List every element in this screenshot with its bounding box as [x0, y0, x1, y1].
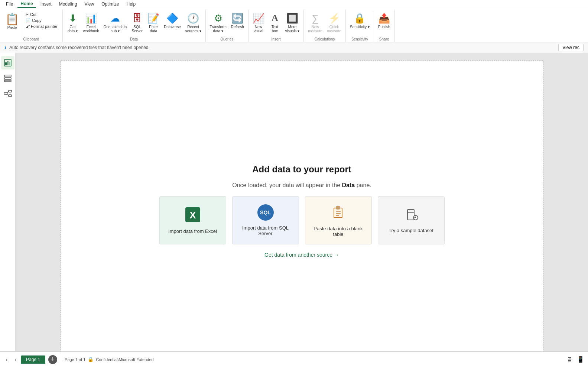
page-1-tab[interactable]: Page 1	[21, 355, 45, 364]
subtitle-end: pane.	[355, 182, 371, 188]
transform-icon: ⚙	[212, 12, 224, 24]
sidebar-icon-data[interactable]	[1, 72, 14, 85]
svg-rect-15	[336, 206, 340, 210]
tablet-view-icon[interactable]: 📱	[576, 355, 585, 364]
onelake-hub-button[interactable]: ☁ OneLake datahub ▾	[101, 11, 129, 34]
svg-rect-5	[4, 78, 11, 79]
new-visual-button[interactable]: 📈 Newvisual	[251, 11, 266, 34]
left-sidebar	[0, 53, 16, 351]
quick-measure-icon: ⚡	[328, 12, 340, 24]
copy-button[interactable]: 📄 Copy	[25, 18, 59, 23]
refresh-icon: 🔄	[231, 12, 243, 24]
svg-rect-6	[4, 80, 11, 82]
bottom-bar: ‹ › Page 1 + Page 1 of 1 🔒 Confidential\…	[0, 351, 588, 367]
menu-view[interactable]: View	[81, 1, 97, 7]
excel-icon: 📊	[85, 12, 97, 24]
paste-button[interactable]: 📋 Paste	[2, 11, 22, 36]
menu-file[interactable]: File	[3, 1, 16, 7]
paste-blank-label: Paste data into a blank table	[310, 226, 367, 237]
queries-group-label: Queries	[220, 36, 233, 42]
queries-buttons: ⚙ Transformdata ▾ 🔄 Refresh	[208, 10, 246, 36]
svg-rect-4	[4, 75, 11, 77]
desktop-view-icon[interactable]: 🖥	[566, 355, 573, 364]
nav-next-button[interactable]: ›	[12, 356, 19, 363]
paste-blank-table-card[interactable]: Paste data into a blank table	[305, 196, 372, 244]
page-status: Page 1 of 1	[65, 357, 85, 362]
ribbon-group-data: ⬇ Getdata ▾ 📊 Excelworkbook ☁ OneLake da…	[63, 10, 206, 42]
view-icons: 🖥 📱	[566, 355, 585, 364]
svg-text:X: X	[189, 210, 196, 221]
text-box-icon: A	[269, 12, 281, 24]
menu-home[interactable]: Home	[17, 0, 36, 8]
add-data-container: Add data to your report Once loaded, you…	[159, 164, 445, 258]
more-visuals-button[interactable]: 🔲 Morevisuals ▾	[283, 11, 301, 34]
cut-button[interactable]: ✂ Cut	[25, 12, 59, 17]
sample-card-icon	[404, 207, 419, 223]
info-bar: ℹ Auto recovery contains some recovered …	[0, 42, 588, 53]
subtitle-start: Once loaded, your data will appear in th…	[232, 182, 342, 188]
canvas-area: Add data to your report Once loaded, you…	[16, 53, 588, 351]
import-excel-card[interactable]: X Import data from Excel	[159, 196, 226, 244]
publish-button[interactable]: 📤 Publish	[376, 11, 392, 30]
sensitivity-buttons: 🔒 Sensitivity ▾	[348, 10, 371, 36]
page-nav: ‹ › Page 1 +	[3, 355, 57, 364]
get-data-button[interactable]: ⬇ Getdata ▾	[65, 11, 81, 34]
get-data-icon: ⬇	[67, 12, 79, 24]
ribbon-group-share: 📤 Publish Share	[374, 10, 395, 42]
excel-workbook-button[interactable]: 📊 Excelworkbook	[81, 11, 101, 34]
excel-card-icon: X	[185, 207, 201, 224]
view-recovery-button[interactable]: View rec	[558, 44, 584, 51]
import-sql-card[interactable]: SQL Import data from SQL Server	[232, 196, 299, 244]
paste-label: Paste	[7, 26, 17, 30]
data-buttons: ⬇ Getdata ▾ 📊 Excelworkbook ☁ OneLake da…	[65, 10, 203, 36]
transform-data-button[interactable]: ⚙ Transformdata ▾	[208, 11, 228, 34]
import-excel-label: Import data from Excel	[168, 228, 217, 234]
onelake-icon: ☁	[109, 12, 121, 24]
sensitivity-label: Confidential\Microsoft Extended	[96, 357, 153, 362]
menu-insert[interactable]: Insert	[38, 1, 55, 7]
svg-line-11	[7, 94, 9, 96]
ribbon-group-queries: ⚙ Transformdata ▾ 🔄 Refresh Queries	[206, 10, 248, 42]
new-measure-icon: ∑	[309, 12, 321, 24]
add-data-subtitle: Once loaded, your data will appear in th…	[232, 182, 371, 189]
lock-icon: 🔒	[88, 357, 94, 362]
add-page-button[interactable]: +	[48, 355, 57, 364]
nav-prev-button[interactable]: ‹	[3, 356, 10, 363]
sidebar-icon-model[interactable]	[1, 87, 14, 101]
publish-icon: 📤	[378, 12, 390, 24]
svg-rect-8	[9, 90, 12, 92]
recent-sources-icon: 🕐	[187, 12, 199, 24]
status-bar: Page 1 of 1 🔒 Confidential\Microsoft Ext…	[65, 357, 154, 362]
menu-modeling[interactable]: Modeling	[56, 1, 80, 7]
format-painter-button[interactable]: 🖌 Format painter	[25, 24, 59, 29]
recent-sources-button[interactable]: 🕐 Recentsources ▾	[183, 11, 203, 34]
sidebar-icon-report[interactable]	[1, 56, 14, 69]
calculations-group-label: Calculations	[315, 36, 335, 42]
refresh-button[interactable]: 🔄 Refresh	[229, 11, 246, 30]
dataverse-icon: 🔷	[166, 12, 178, 24]
clipboard-buttons: 📋 Paste ✂ Cut 📄 Copy 🖌 Format painter	[2, 10, 60, 36]
sample-dataset-card[interactable]: Try a sample dataset	[378, 196, 445, 244]
text-box-button[interactable]: A Textbox	[267, 11, 283, 34]
clipboard-group-label: Clipboard	[23, 36, 39, 42]
dataverse-button[interactable]: 🔷 Dataverse	[162, 11, 183, 30]
enter-data-button[interactable]: 📝 Enterdata	[146, 11, 161, 34]
menu-help[interactable]: Help	[124, 1, 139, 7]
add-data-title: Add data to your report	[252, 164, 351, 175]
main-area: Add data to your report Once loaded, you…	[0, 53, 588, 351]
quick-measure-button[interactable]: ⚡ Quickmeasure	[325, 11, 343, 34]
clipboard-sub-items: ✂ Cut 📄 Copy 🖌 Format painter	[23, 11, 60, 36]
get-data-link[interactable]: Get data from another source →	[264, 252, 339, 258]
sensitivity-icon: 🔒	[354, 12, 366, 24]
new-measure-button[interactable]: ∑ Newmeasure	[306, 11, 324, 34]
insert-group-label: Insert	[272, 36, 281, 42]
paste-card-icon	[331, 204, 346, 221]
ribbon-group-calculations: ∑ Newmeasure ⚡ Quickmeasure Calculations	[304, 10, 346, 42]
sample-dataset-label: Try a sample dataset	[389, 228, 433, 233]
ribbon: 📋 Paste ✂ Cut 📄 Copy 🖌 Format painter Cl…	[0, 8, 588, 42]
share-group-label: Share	[379, 36, 389, 42]
sensitivity-button[interactable]: 🔒 Sensitivity ▾	[348, 11, 371, 30]
report-canvas: Add data to your report Once loaded, you…	[61, 61, 543, 351]
menu-optimize[interactable]: Optimize	[98, 1, 122, 7]
sql-server-button[interactable]: 🗄 SQLServer	[129, 11, 145, 34]
